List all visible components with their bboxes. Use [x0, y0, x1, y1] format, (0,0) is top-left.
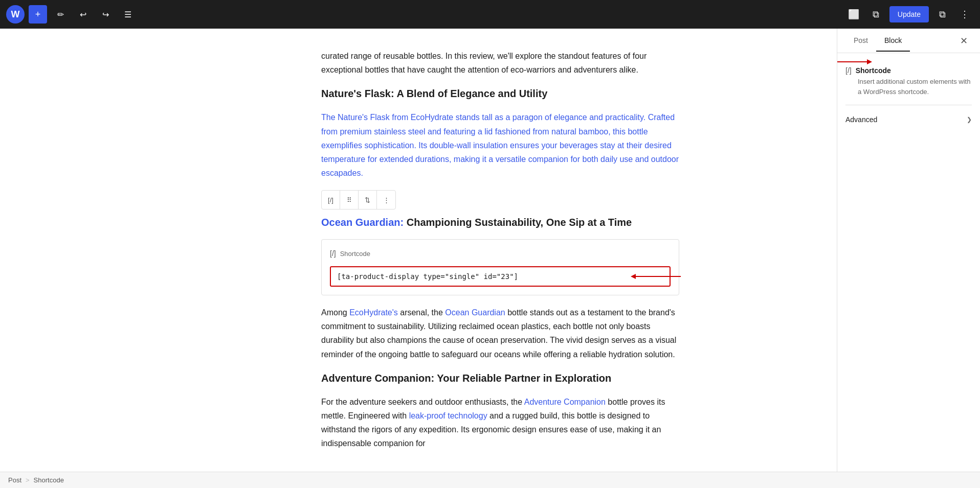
shortcode-input-wrap [330, 266, 671, 287]
top-toolbar: W + ✏ ↩ ↪ ☰ ⬜ ⧉ Update ⧉ ⋮ [0, 0, 980, 29]
panel-arrow-annotation [837, 61, 972, 62]
add-block-button[interactable]: + [29, 5, 47, 24]
panel-section-description: Insert additional custom elements with a… [858, 77, 972, 97]
heading-adventure-companion: Adventure Companion: Your Reliable Partn… [321, 369, 679, 387]
heading-ocean-rest: Championing Sustainability, One Sip at a… [407, 217, 632, 228]
wp-logo[interactable]: W [6, 5, 25, 24]
status-post-link[interactable]: Post [8, 476, 21, 484]
link-ocean-guardian: Ocean Guardian [445, 308, 505, 317]
heading-natures-flask: Nature's Flask: A Blend of Elegance and … [321, 85, 679, 102]
status-bar: Post > Shortcode [0, 472, 980, 488]
panel-chevron-icon: ❯ [967, 116, 972, 123]
more-options-button[interactable]: ⋮ [955, 5, 974, 24]
main-layout: curated range of reusable bottles. In th… [0, 29, 980, 472]
external-link-button[interactable]: ⧉ [867, 5, 885, 24]
settings-button[interactable]: ⧉ [933, 5, 951, 24]
tab-block[interactable]: Block [876, 30, 910, 52]
paragraph-adventure: For the adventure seekers and outdoor en… [321, 395, 679, 451]
paragraph-natures-flask: The Nature's Flask from EcoHydrate stand… [321, 110, 679, 180]
panel-advanced-row[interactable]: Advanced ❯ [845, 113, 972, 126]
panel-divider [845, 105, 972, 105]
block-more-button[interactable]: ⋮ [377, 191, 395, 209]
panel-section-title: Shortcode [856, 66, 891, 75]
content-body: curated range of reusable bottles. In th… [321, 49, 679, 451]
block-type-button[interactable]: [/] [322, 191, 340, 209]
linked-text-natures-flask: The Nature's Flask from EcoHydrate stand… [321, 113, 679, 177]
heading-ocean-guardian: Ocean Guardian: Championing Sustainabili… [321, 214, 679, 231]
shortcode-block-label: Shortcode [340, 248, 370, 260]
shortcode-arrow-annotation [635, 276, 681, 277]
panel-body: [/] Shortcode Insert additional custom e… [837, 53, 980, 472]
shortcode-input[interactable] [331, 268, 670, 285]
undo-button[interactable]: ↩ [74, 5, 92, 24]
shortcode-block[interactable]: [/] Shortcode [321, 239, 679, 295]
panel-shortcode-section: [/] Shortcode Insert additional custom e… [845, 66, 972, 97]
editor-area[interactable]: curated range of reusable bottles. In th… [0, 29, 980, 472]
shortcode-block-header: [/] Shortcode [330, 248, 671, 260]
panel-tabs: Post Block ✕ [837, 29, 980, 53]
shortcode-block-icon: [/] [330, 248, 336, 260]
link-adventure: Adventure Companion [524, 398, 606, 406]
right-panel: Post Block ✕ [/] Shortcode Insert additi… [837, 29, 980, 472]
status-separator: > [26, 476, 30, 484]
panel-section-header: [/] Shortcode [845, 66, 972, 75]
view-button[interactable]: ⬜ [844, 5, 863, 24]
panel-advanced-label: Advanced [845, 115, 877, 124]
link-leak-proof: leak-proof technology [409, 411, 487, 420]
paragraph-ocean-guardian: Among EcoHydrate's arsenal, the Ocean Gu… [321, 306, 679, 361]
panel-shortcode-icon: [/] [845, 66, 852, 75]
redo-button[interactable]: ↪ [96, 5, 115, 24]
tab-post[interactable]: Post [845, 30, 876, 52]
panel-tabs-left: Post Block [845, 30, 910, 52]
heading-ocean-link: Ocean Guardian: [321, 217, 407, 228]
block-move-button[interactable]: ⇅ [359, 191, 377, 209]
status-shortcode-link[interactable]: Shortcode [34, 476, 64, 484]
block-toolbar: [/] ⠿ ⇅ ⋮ [321, 190, 396, 210]
block-drag-handle[interactable]: ⠿ [340, 191, 359, 209]
edit-button[interactable]: ✏ [51, 5, 70, 24]
list-view-button[interactable]: ☰ [119, 5, 137, 24]
link-ecohydrate: EcoHydrate's [349, 308, 398, 317]
panel-close-button[interactable]: ✕ [955, 33, 972, 49]
paragraph-intro: curated range of reusable bottles. In th… [321, 49, 679, 77]
update-button[interactable]: Update [889, 6, 929, 22]
